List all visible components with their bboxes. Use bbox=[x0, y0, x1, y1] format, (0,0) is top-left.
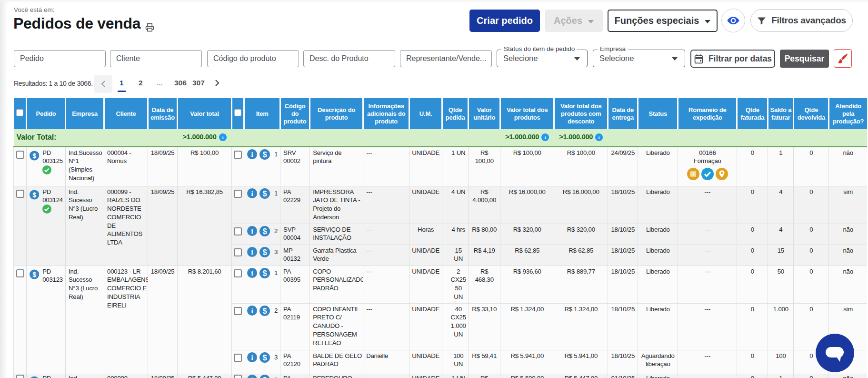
svg-text:i: i bbox=[222, 134, 223, 140]
svg-text:$: $ bbox=[32, 191, 36, 198]
svg-text:i: i bbox=[545, 134, 546, 140]
svg-text:$: $ bbox=[32, 270, 36, 278]
svg-text:i: i bbox=[599, 134, 600, 140]
svg-text:$: $ bbox=[263, 227, 267, 235]
svg-text:$: $ bbox=[263, 306, 267, 315]
svg-text:$: $ bbox=[263, 269, 267, 277]
svg-text:$: $ bbox=[263, 189, 267, 197]
svg-text:$: $ bbox=[32, 152, 36, 159]
svg-text:$: $ bbox=[263, 150, 267, 158]
svg-text:$: $ bbox=[263, 248, 267, 256]
svg-text:$: $ bbox=[263, 353, 267, 361]
svg-text:$: $ bbox=[263, 376, 267, 378]
